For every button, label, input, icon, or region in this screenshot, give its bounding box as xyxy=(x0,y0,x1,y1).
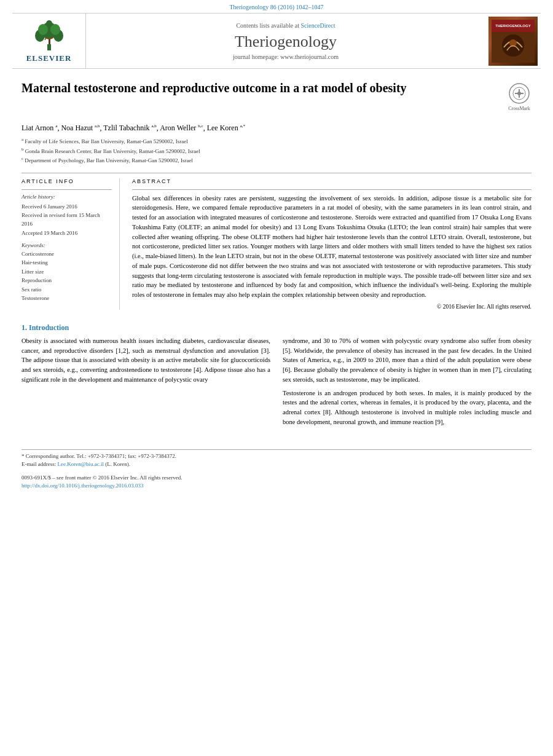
svg-point-7 xyxy=(46,20,52,26)
article-title-block: Maternal testosterone and reproductive o… xyxy=(22,80,507,96)
email-address[interactable]: Lee.Koren@biu.ac.il xyxy=(57,461,104,467)
contents-available-text: Contents lists available at ScienceDirec… xyxy=(236,22,335,29)
keyword-5: Sex ratio xyxy=(22,285,112,294)
abstract-divider xyxy=(132,189,531,190)
abstract-heading: ABSTRACT xyxy=(132,178,531,184)
crossmark-icon xyxy=(509,83,530,104)
keyword-1: Corticosterone xyxy=(22,250,112,258)
star-note: * Corresponding author. Tel.: +972-3-738… xyxy=(22,453,176,459)
journal-citation: Theriogenology 86 (2016) 1042–1047 xyxy=(229,4,323,10)
journal-header: ELSEVIER Contents lists available at Sci… xyxy=(12,13,541,69)
author-lee: Lee Koren a,* xyxy=(207,124,245,132)
article-dates: Received 6 January 2016 Received in revi… xyxy=(22,202,112,238)
intro-col-left: Obesity is associated with numerous heal… xyxy=(22,336,270,431)
main-content: Maternal testosterone and reproductive o… xyxy=(0,69,553,490)
article-info-divider xyxy=(22,189,112,190)
crossmark-section: CrossMark xyxy=(507,83,531,111)
introduction-section: 1. Introduction Obesity is associated wi… xyxy=(22,321,531,431)
article-header: Maternal testosterone and reproductive o… xyxy=(22,69,531,117)
keywords-list: Corticosterone Hair-testing Litter size … xyxy=(22,250,112,302)
affiliation-c: c Department of Psychology, Bar Ilan Uni… xyxy=(22,156,531,165)
intro-body-cols: Obesity is associated with numerous heal… xyxy=(22,336,531,431)
author-aron: Aron Weller b,c xyxy=(160,124,203,132)
journal-cover-image-icon: THERIOGENOLOGY xyxy=(492,20,535,63)
journal-homepage: journal homepage: www.theriojournal.com xyxy=(233,53,339,60)
doi-link[interactable]: http://dx.doi.org/10.1016/j.theriogenolo… xyxy=(22,482,144,489)
article-info-heading: ARTICLE INFO xyxy=(22,178,112,184)
keyword-4: Reproduction xyxy=(22,276,112,285)
footer-section: * Corresponding author. Tel.: +972-3-738… xyxy=(22,449,531,490)
intro-section-title: 1. Introduction xyxy=(22,323,531,333)
authors-line: Liat Arnon a, Noa Hazut a,b, Tzlil Tabac… xyxy=(22,122,531,133)
svg-point-6 xyxy=(50,24,60,35)
info-abstract-cols: ARTICLE INFO Article history: Received 6… xyxy=(22,178,531,310)
email-person: (L. Koren). xyxy=(105,461,130,467)
journal-center-header: Contents lists available at ScienceDirec… xyxy=(86,14,485,68)
crossmark-label: CrossMark xyxy=(508,106,530,111)
keyword-3: Litter size xyxy=(22,267,112,276)
abstract-copyright: © 2016 Elsevier Inc. All rights reserved… xyxy=(132,304,531,310)
corresponding-author-note: * Corresponding author. Tel.: +972-3-738… xyxy=(22,452,531,469)
abstract-col: ABSTRACT Global sex differences in obesi… xyxy=(132,178,531,310)
journal-logo-section: THERIOGENOLOGY xyxy=(485,14,541,68)
received-date: Received 6 January 2016 xyxy=(22,202,112,211)
article-title: Maternal testosterone and reproductive o… xyxy=(22,80,501,96)
elsevier-tree-icon xyxy=(28,18,71,52)
email-label: E-mail address: xyxy=(22,461,56,467)
keyword-6: Testosterone xyxy=(22,294,112,302)
intro-text-right: syndrome, and 30 to 70% of women with po… xyxy=(283,336,531,427)
accepted-date: Accepted 19 March 2016 xyxy=(22,229,112,237)
sciencedirect-link[interactable]: ScienceDirect xyxy=(300,22,335,29)
author-noa: Noa Hazut a,b xyxy=(61,124,100,132)
keywords-label: Keywords: xyxy=(22,242,112,248)
journal-title: Theriogenology xyxy=(235,33,337,51)
affiliation-a: a Faculty of Life Sciences, Bar Ilan Uni… xyxy=(22,136,531,146)
abstract-text: Global sex differences in obesity rates … xyxy=(132,194,531,300)
intro-text-left: Obesity is associated with numerous heal… xyxy=(22,336,270,385)
article-info-col: ARTICLE INFO Article history: Received 6… xyxy=(22,178,120,310)
elsevier-logo: ELSEVIER xyxy=(26,18,72,63)
author-tzlil: Tzlil Tabachnik a,b xyxy=(103,124,157,132)
revised-date: Received in revised form 15 March 2016 xyxy=(22,211,112,229)
svg-text:THERIOGENOLOGY: THERIOGENOLOGY xyxy=(495,24,530,28)
author-liat: Liat Arnon a xyxy=(22,124,57,132)
affiliation-b: b Gonda Brain Research Center, Bar Ilan … xyxy=(22,146,531,156)
elsevier-wordmark: ELSEVIER xyxy=(26,53,72,63)
history-label: Article history: xyxy=(22,194,112,200)
journal-logo-box: THERIOGENOLOGY xyxy=(488,17,538,66)
journal-top-link: Theriogenology 86 (2016) 1042–1047 xyxy=(0,0,553,13)
intro-col-right: syndrome, and 30 to 70% of women with po… xyxy=(283,336,531,431)
footer-copyright: 0093-691X/$ – see front matter © 2016 El… xyxy=(22,474,531,490)
svg-rect-0 xyxy=(47,44,51,50)
header-divider xyxy=(22,173,531,173)
keyword-2: Hair-testing xyxy=(22,258,112,267)
svg-point-5 xyxy=(38,24,48,35)
affiliations-block: a Faculty of Life Sciences, Bar Ilan Uni… xyxy=(22,136,531,165)
elsevier-logo-section: ELSEVIER xyxy=(12,14,86,68)
svg-point-17 xyxy=(517,92,521,95)
